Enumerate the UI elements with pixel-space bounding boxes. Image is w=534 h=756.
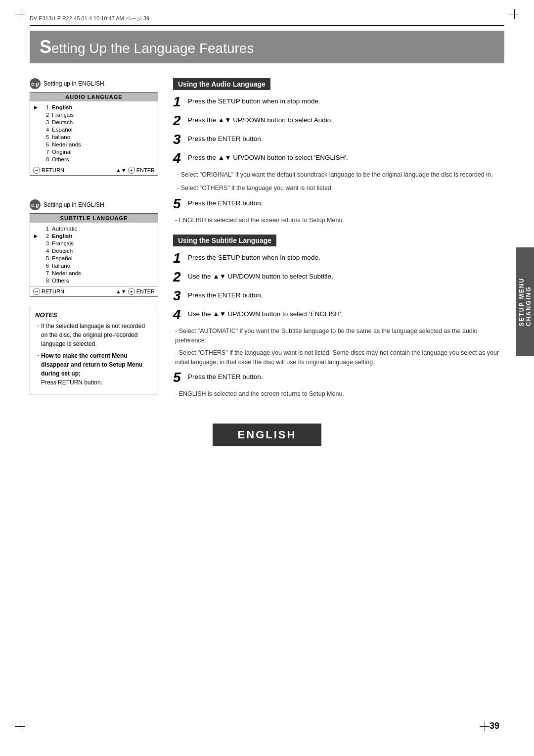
subtitle-name-3: Français — [52, 240, 74, 246]
title-capital: S — [40, 37, 51, 57]
subtitle-menu-items: 1 Automatic 2 English 3 Français — [30, 223, 158, 286]
subtitle-step-text-2: Use the ▲▼ UP/DOWN button to select Subt… — [188, 270, 333, 282]
audio-step-text-1: Press the SETUP button when in stop mode… — [188, 95, 320, 106]
subtitle-step-text-4: Use the ▲▼ UP/DOWN button to select 'ENG… — [188, 308, 343, 319]
subtitle-name-1: Automatic — [52, 226, 77, 232]
subtitle-step-num-3: 3 — [173, 289, 184, 303]
audio-menu-items: 1 English 2 Français 3 Deutsch — [30, 101, 158, 165]
subtitle-step-text-5: Press the ENTER button. — [188, 371, 263, 382]
reg-mark-bottom-left — [15, 721, 25, 731]
subtitle-step-num-4: 4 — [173, 308, 184, 322]
subtitle-num-3: 3 — [42, 240, 49, 246]
audio-item-8: 8 Others — [34, 155, 154, 163]
subtitle-num-8: 8 — [42, 278, 49, 284]
subtitle-eg-text: Setting up in ENGLISH. — [44, 201, 106, 208]
subtitle-section-header: Using the Subtitle Language — [173, 235, 276, 246]
page-title-bar: Setting Up the Language Features — [30, 31, 504, 63]
audio-step-text-5: Press the ENTER button. — [188, 197, 263, 208]
audio-num-5: 5 — [42, 134, 49, 140]
subtitle-step-5: 5 Press the ENTER button. — [173, 371, 504, 384]
audio-menu-footer: ↩ RETURN ▲▼ ● ENTER — [30, 165, 158, 175]
subtitle-item-6: 6 Italiano — [34, 262, 154, 269]
audio-item-2: 2 Français — [34, 111, 154, 118]
reg-mark-top-left — [15, 9, 25, 19]
audio-eg-badge: e.g — [30, 78, 41, 89]
subtitle-enter-icon: ● — [128, 288, 135, 295]
subtitle-footer-left: ↩ RETURN — [33, 288, 64, 295]
audio-item-7: 7 Original — [34, 148, 154, 155]
audio-num-4: 4 — [42, 127, 49, 133]
audio-step-num-5: 5 — [173, 197, 184, 211]
audio-enter-label: ENTER — [136, 167, 155, 173]
subtitle-item-2: 2 English — [34, 232, 154, 239]
audio-step-num-3: 3 — [173, 133, 184, 146]
return-icon: ↩ — [33, 167, 40, 174]
subtitle-num-7: 7 — [42, 270, 49, 276]
audio-num-8: 8 — [42, 156, 49, 162]
subtitle-num-6: 6 — [42, 263, 49, 269]
subtitle-enter-label: ENTER — [136, 288, 155, 294]
reg-mark-top-right — [509, 9, 519, 19]
audio-step-5: 5 Press the ENTER button. — [173, 197, 504, 211]
audio-num-2: 2 — [42, 112, 49, 118]
title-rest: etting Up the Language Features — [51, 41, 254, 56]
subtitle-name-4: Deutsch — [52, 248, 73, 254]
subtitle-right-section: Using the Subtitle Language 1 Press the … — [173, 235, 504, 399]
audio-item-6: 6 Nederlands — [34, 141, 154, 148]
subtitle-note-2: - Select "OTHERS" if the language you wa… — [173, 348, 504, 367]
audio-name-8: Others — [52, 156, 69, 162]
subtitle-item-5: 5 Español — [34, 254, 154, 262]
audio-step-num-2: 2 — [173, 114, 184, 128]
note-item-2: How to make the current Menu disappear a… — [35, 351, 153, 387]
notes-title: NOTES — [35, 311, 153, 319]
subtitle-num-2: 2 — [42, 233, 49, 239]
page-title: Setting Up the Language Features — [40, 37, 494, 57]
audio-after-note: - ENGLISH is selected and the screen ret… — [173, 216, 504, 225]
subtitle-name-7: Nederlands — [52, 270, 81, 276]
audio-step-num-1: 1 — [173, 95, 184, 109]
page-number: 39 — [490, 721, 499, 731]
audio-arrow-1 — [34, 104, 39, 110]
meta-text: DV-P313U-E P22-45 01.4.10 10:47 AM ページ 3… — [30, 15, 149, 22]
audio-item-4: 4 Español — [34, 126, 154, 133]
subtitle-menu-footer: ↩ RETURN ▲▼ ● ENTER — [30, 286, 158, 296]
subtitle-menu-box: SUBTITLE LANGUAGE 1 Automatic 2 English — [30, 213, 158, 297]
subtitle-item-1: 1 Automatic — [34, 225, 154, 232]
subtitle-step-num-5: 5 — [173, 371, 184, 384]
side-tab: CHANGINGSETUP MENU — [516, 247, 534, 356]
audio-note-1: Select "ORIGINAL" if you want the defaul… — [173, 170, 504, 180]
subtitle-num-5: 5 — [42, 255, 49, 261]
subtitle-return-icon: ↩ — [33, 288, 40, 295]
subtitle-note-1: - Select "AUTOMATIC" if you want the Sub… — [173, 327, 504, 345]
subtitle-num-4: 4 — [42, 248, 49, 254]
audio-step-num-4: 4 — [173, 151, 184, 165]
subtitle-step-num-2: 2 — [173, 270, 184, 284]
audio-note-2: Select "OTHERS" if the language you want… — [173, 184, 504, 193]
subtitle-after-note: - ENGLISH is selected and the screen ret… — [173, 389, 504, 399]
audio-step-4: 4 Press the ▲▼ UP/DOWN button to select … — [173, 151, 504, 165]
notes-content: If the selected language is not recorded… — [35, 322, 153, 387]
subtitle-item-7: 7 Nederlands — [34, 269, 154, 277]
subtitle-num-1: 1 — [42, 226, 49, 232]
audio-name-6: Nederlands — [52, 142, 81, 147]
subtitle-nav-label: ▲▼ — [116, 288, 127, 294]
audio-step-text-4: Press the ▲▼ UP/DOWN button to select 'E… — [188, 151, 348, 163]
reg-mark-bottom-right — [480, 721, 490, 731]
audio-name-2: Français — [52, 112, 74, 118]
subtitle-step-num-1: 1 — [173, 251, 184, 265]
audio-num-3: 3 — [42, 119, 49, 125]
subtitle-footer-right: ▲▼ ● ENTER — [116, 288, 155, 295]
subtitle-eg-label: e.g Setting up in ENGLISH. — [30, 199, 158, 210]
audio-step-3: 3 Press the ENTER button. — [173, 133, 504, 146]
subtitle-name-6: Italiano — [52, 263, 70, 269]
english-banner: ENGLISH — [213, 424, 321, 446]
audio-step-text-3: Press the ENTER button. — [188, 133, 263, 144]
subtitle-name-8: Others — [52, 278, 69, 284]
audio-name-7: Original — [52, 149, 72, 155]
right-column: Using the Audio Language 1 Press the SET… — [173, 78, 504, 409]
audio-name-1: English — [52, 104, 73, 110]
audio-item-1: 1 English — [34, 103, 154, 111]
audio-item-5: 5 Italiano — [34, 133, 154, 141]
audio-footer-right: ▲▼ ● ENTER — [116, 167, 155, 174]
audio-step-1: 1 Press the SETUP button when in stop mo… — [173, 95, 504, 109]
